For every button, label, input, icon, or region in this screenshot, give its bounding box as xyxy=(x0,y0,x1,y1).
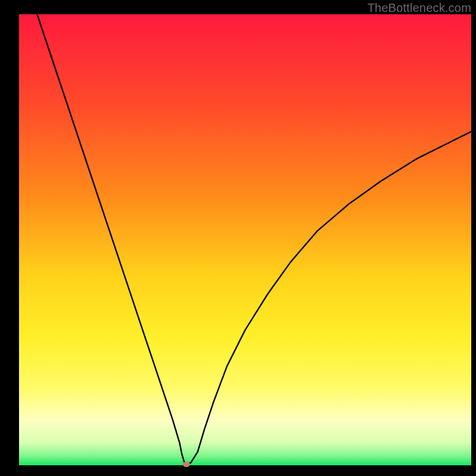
watermark-text: TheBottleneck.com xyxy=(367,1,471,15)
optimal-point-marker xyxy=(183,462,190,467)
plot-background xyxy=(19,14,471,465)
chart-frame: TheBottleneck.com xyxy=(0,0,476,476)
bottleneck-chart xyxy=(0,0,476,476)
